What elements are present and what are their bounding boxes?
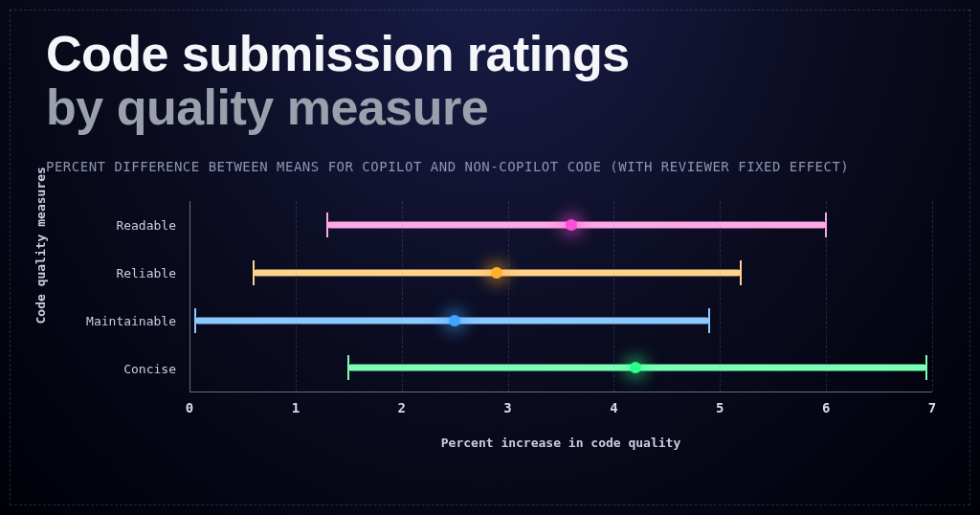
- gridline: [613, 201, 614, 392]
- y-tick-label: Readable: [80, 201, 186, 249]
- x-tick-label: 2: [397, 400, 405, 415]
- chart-title-line1: Code submission ratings: [46, 26, 630, 81]
- whisker-low: [347, 355, 349, 380]
- whisker-low: [326, 213, 328, 237]
- y-tick-label: Concise: [80, 345, 186, 392]
- x-tick-label: 6: [822, 400, 830, 415]
- y-tick-label: Maintainable: [80, 297, 186, 345]
- plot-region: [189, 201, 932, 392]
- gridline: [720, 201, 721, 392]
- y-axis-label: Code quality measures: [33, 167, 48, 324]
- x-tick-label: 3: [503, 400, 511, 415]
- gridline: [296, 201, 297, 392]
- gridline: [826, 201, 827, 392]
- x-tick-label: 7: [928, 400, 936, 415]
- gridline: [189, 201, 190, 392]
- x-axis-label: Percent increase in code quality: [189, 436, 932, 450]
- chart-title: Code submission ratings by quality measu…: [46, 27, 942, 134]
- whisker-high: [925, 355, 927, 380]
- whisker-high: [708, 308, 710, 333]
- y-tick-label: Reliable: [80, 249, 186, 297]
- series-row: [189, 201, 932, 249]
- x-tick-label: 4: [610, 400, 617, 415]
- chart-area: Code quality measures ReadableReliableMa…: [46, 191, 942, 459]
- whisker-low: [194, 308, 196, 333]
- series-row: [189, 249, 932, 297]
- whisker-low: [253, 260, 255, 285]
- x-tick-label: 0: [186, 400, 193, 415]
- series-row: [189, 297, 932, 345]
- whisker-high: [740, 260, 742, 285]
- chart-subtitle: PERCENT DIFFERENCE BETWEEN MEANS FOR COP…: [46, 159, 942, 174]
- x-tick-label: 5: [716, 400, 724, 415]
- gridline: [508, 201, 509, 392]
- gridline: [932, 201, 933, 392]
- point-estimate: [566, 219, 577, 231]
- point-estimate: [491, 267, 502, 279]
- series-row: [189, 345, 932, 392]
- point-estimate: [630, 362, 641, 373]
- point-estimate: [449, 315, 460, 326]
- chart-title-line2: by quality measure: [46, 79, 488, 135]
- x-tick-label: 1: [292, 400, 300, 415]
- gridline: [402, 201, 403, 392]
